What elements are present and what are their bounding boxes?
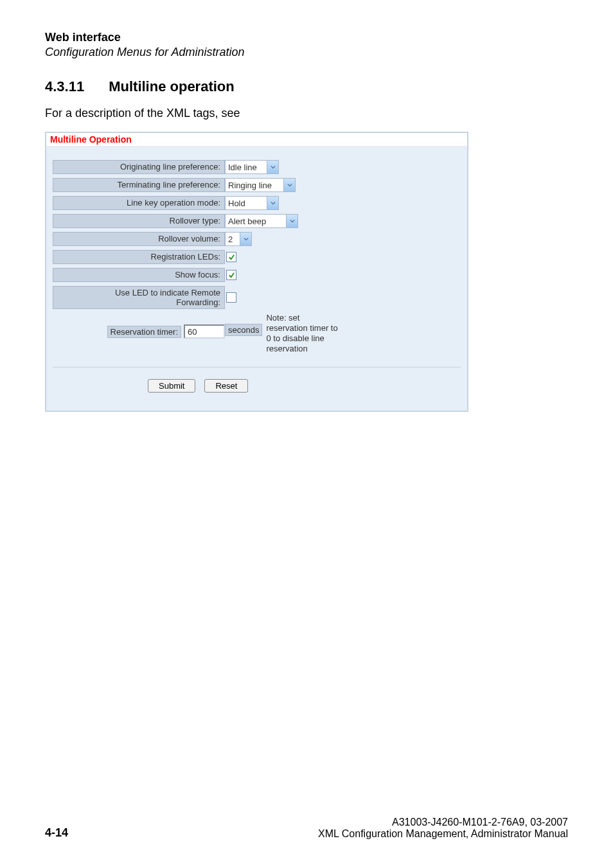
reset-button[interactable]: Reset — [204, 379, 248, 393]
page-number: 4-14 — [45, 826, 68, 840]
terminating-line-preference-label: Terminating line preference: — [53, 178, 225, 192]
intro-text: For a description of the XML tags, see — [45, 107, 568, 120]
led-remote-forwarding-label: Use LED to indicate Remote Forwarding: — [53, 286, 225, 309]
led-remote-label-line2: Forwarding: — [176, 297, 220, 307]
submit-button[interactable]: Submit — [148, 379, 195, 393]
reservation-timer-label: Reservation timer: — [107, 326, 181, 338]
line-key-operation-mode-select[interactable]: Hold — [225, 196, 279, 210]
chevron-down-icon — [267, 197, 278, 209]
chevron-down-icon — [240, 233, 251, 245]
chevron-down-icon — [286, 215, 298, 227]
led-remote-label-line1: Use LED to indicate Remote — [115, 288, 220, 297]
rollover-type-value: Alert beep — [226, 215, 286, 227]
reservation-note-line1: Note: set — [266, 313, 337, 323]
originating-line-preference-value: Idle line — [226, 161, 267, 173]
line-key-operation-mode-value: Hold — [226, 197, 267, 209]
rollover-volume-select[interactable]: 2 — [225, 232, 252, 246]
panel-title: Multiline Operation — [46, 133, 467, 146]
rollover-volume-label: Rollover volume: — [53, 232, 225, 246]
terminating-line-preference-select[interactable]: Ringing line — [225, 178, 296, 192]
reservation-timer-input[interactable]: 60 — [184, 324, 225, 339]
multiline-operation-panel: Multiline Operation Originating line pre… — [45, 132, 468, 412]
line-key-operation-mode-label: Line key operation mode: — [53, 196, 225, 210]
page-header-title: Web interface — [45, 31, 568, 44]
registration-leds-label: Registration LEDs: — [53, 250, 225, 264]
section-number: 4.3.11 — [45, 78, 84, 95]
reservation-note-line3: 0 to disable line — [266, 333, 337, 344]
chevron-down-icon — [283, 179, 295, 191]
section-heading: 4.3.11Multiline operation — [45, 78, 568, 95]
chevron-down-icon — [267, 161, 278, 173]
show-focus-checkbox[interactable] — [226, 270, 236, 280]
rollover-volume-value: 2 — [226, 233, 240, 245]
originating-line-preference-select[interactable]: Idle line — [225, 160, 279, 174]
footer-line1: A31003-J4260-M101-2-76A9, 03-2007 — [318, 817, 568, 828]
reservation-timer-unit: seconds — [225, 324, 262, 336]
section-title-text: Multiline operation — [109, 78, 235, 94]
led-remote-forwarding-checkbox[interactable] — [226, 292, 236, 303]
footer-line2: XML Configuration Management, Administra… — [318, 828, 568, 840]
rollover-type-label: Rollover type: — [53, 214, 225, 228]
show-focus-label: Show focus: — [53, 268, 225, 282]
registration-leds-checkbox[interactable] — [226, 252, 236, 262]
rollover-type-select[interactable]: Alert beep — [225, 214, 298, 228]
originating-line-preference-label: Originating line preference: — [53, 160, 225, 174]
terminating-line-preference-value: Ringing line — [226, 179, 283, 191]
reservation-note-line4: reservation — [266, 344, 337, 354]
reservation-note-line2: reservation timer to — [266, 323, 337, 333]
page-header-subtitle: Configuration Menus for Administration — [45, 46, 568, 59]
